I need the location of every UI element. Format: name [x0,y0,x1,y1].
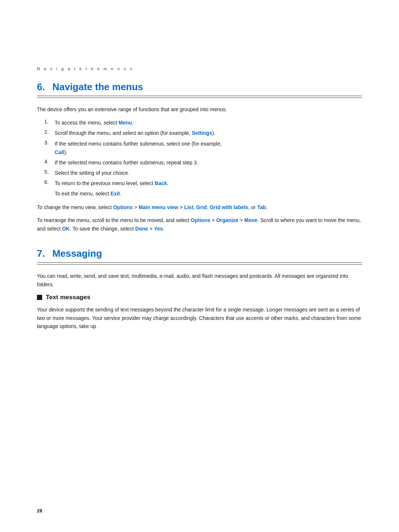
step5-number: 5. [44,169,51,175]
step3-content: If the selected menu contains further su… [55,140,222,157]
section7-title: 7. Messaging [37,248,362,263]
subsection-title-text: Text messages [46,294,91,301]
subsection-icon [37,295,42,300]
list-link: List [184,204,193,210]
section6-steps: 1. To access the menu, select Menu. 2. S… [37,119,362,198]
step3-link: Call [55,149,64,155]
list-item-4: 4. If the selected menu contains further… [44,158,362,167]
section7-number: 7. [37,248,45,259]
step6-link: Back [155,180,167,186]
step6-number: 6. [44,179,51,185]
subsection-text-messages-title: Text messages [37,294,362,301]
list-item-1: 1. To access the menu, select Menu. [44,119,362,127]
text-messages-body: Your device supports the sending of text… [37,306,362,330]
step1-link: Menu [119,120,132,126]
options-link2: Options [191,217,210,223]
step3-number: 3. [44,140,51,146]
step5-content: Select the setting of your choice. [55,169,129,177]
yes-link: Yes [154,226,163,232]
section7-intro: You can read, write, send, and save text… [37,272,362,289]
step2-number: 2. [44,129,51,135]
grid-labels-link: Grid with labels [210,204,248,210]
done-link: Done [135,226,148,232]
exit-link: Exit [110,191,120,197]
section6-title: 6. Navigate the menus [37,81,362,96]
step4-content: If the selected menu contains further su… [55,158,198,167]
header-label: N a v i g a t e t h e m e n u s [37,66,362,71]
section6-intro: The device offers you an extensive range… [37,105,362,113]
options-link1: Options [113,204,133,210]
section6-number: 6. [37,81,45,93]
list-item-6: 6. To return to the previous menu level,… [44,179,362,188]
step1-content: To access the menu, select Menu. [55,119,133,127]
para-change-view: To change the menu view, select Options … [37,203,362,212]
list-item-5: 5. Select the setting of your choice. [44,169,362,177]
organize-link: Organize [216,217,238,223]
step2-link: Settings [192,130,212,136]
section7-title-text: Messaging [52,248,102,259]
step4-number: 4. [44,158,51,164]
section6-divider [37,98,362,98]
list-item-3: 3. If the selected menu contains further… [44,140,362,157]
list-item-2: 2. Scroll through the menu, and select a… [44,129,362,137]
step1-number: 1. [44,119,51,125]
indent-exit: To exit the menu, select Exit. [55,190,362,198]
step6-content: To return to the previous menu level, se… [55,179,168,188]
ok-link: OK [62,226,70,232]
section7-divider [37,264,362,265]
step2-content: Scroll through the menu, and select an o… [55,129,215,137]
tab-link: Tab [257,204,266,210]
page-number: 28 [37,508,42,514]
section6-title-text: Navigate the menus [52,81,143,93]
main-menu-view-link: Main menu view [139,204,178,210]
page: N a v i g a t e t h e m e n u s 6. Navig… [0,0,399,532]
move-link: Move [244,217,258,223]
para-rearrange: To rearrange the menu, scroll to the men… [37,216,362,233]
grid-link: Grid [196,204,207,210]
